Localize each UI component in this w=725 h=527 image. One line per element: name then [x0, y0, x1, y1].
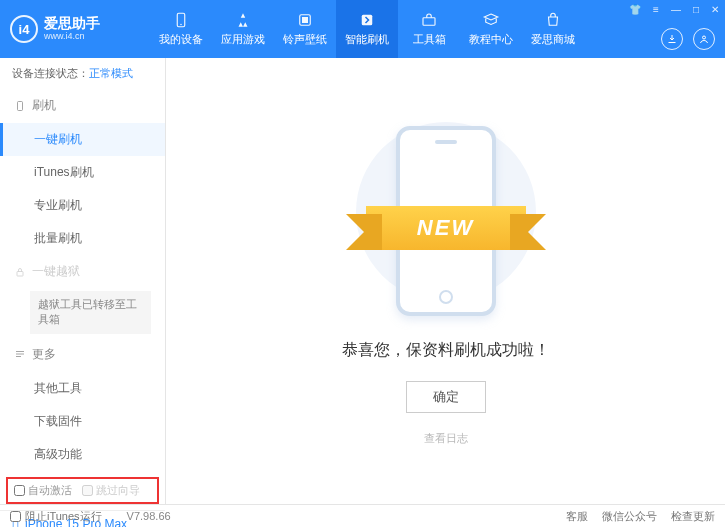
- success-illustration: NEW: [376, 116, 516, 326]
- nav-label: 我的设备: [159, 32, 203, 47]
- main-panel: NEW 恭喜您，保资料刷机成功啦！ 确定 查看日志: [166, 58, 725, 504]
- success-message: 恭喜您，保资料刷机成功啦！: [342, 340, 550, 361]
- svg-rect-4: [362, 15, 373, 26]
- nav-label: 爱思商城: [531, 32, 575, 47]
- sidebar-item-itunes-flash[interactable]: iTunes刷机: [0, 156, 165, 189]
- svg-rect-5: [423, 18, 435, 26]
- app-subtitle: www.i4.cn: [44, 32, 100, 42]
- sidebar-item-advanced[interactable]: 高级功能: [0, 438, 165, 471]
- maximize-icon[interactable]: □: [691, 2, 701, 17]
- menu-icon[interactable]: ≡: [651, 2, 661, 17]
- sidebar-section-flash[interactable]: 刷机: [0, 89, 165, 123]
- window-controls: 👕 ≡ — □ ✕: [627, 2, 721, 17]
- top-nav: 我的设备 应用游戏 铃声壁纸 智能刷机 工具箱 教程中心 爱思商城: [150, 0, 584, 58]
- view-log-link[interactable]: 查看日志: [424, 431, 468, 446]
- svg-point-1: [180, 24, 182, 26]
- footer-link-update[interactable]: 检查更新: [671, 509, 715, 524]
- svg-rect-8: [17, 271, 23, 276]
- checkbox-skip-setup[interactable]: 跳过向导: [82, 483, 140, 498]
- nav-toolbox[interactable]: 工具箱: [398, 0, 460, 58]
- nav-label: 铃声壁纸: [283, 32, 327, 47]
- connection-status: 设备连接状态：正常模式: [0, 58, 165, 89]
- checkbox-auto-activate[interactable]: 自动激活: [14, 483, 72, 498]
- sidebar-item-batch-flash[interactable]: 批量刷机: [0, 222, 165, 255]
- nav-my-device[interactable]: 我的设备: [150, 0, 212, 58]
- titlebar: i4 爱思助手 www.i4.cn 我的设备 应用游戏 铃声壁纸 智能刷机 工具…: [0, 0, 725, 58]
- nav-ringtone[interactable]: 铃声壁纸: [274, 0, 336, 58]
- sidebar-item-oneclick-flash[interactable]: 一键刷机: [0, 123, 165, 156]
- jailbreak-moved-notice: 越狱工具已转移至工具箱: [30, 291, 151, 334]
- version-label: V7.98.66: [127, 510, 171, 522]
- download-icon[interactable]: [661, 28, 683, 50]
- sidebar-item-other-tools[interactable]: 其他工具: [0, 372, 165, 405]
- svg-point-6: [703, 36, 706, 39]
- nav-label: 应用游戏: [221, 32, 265, 47]
- nav-apps[interactable]: 应用游戏: [212, 0, 274, 58]
- skin-icon[interactable]: 👕: [627, 2, 643, 17]
- lock-icon: [14, 266, 26, 278]
- nav-shop[interactable]: 爱思商城: [522, 0, 584, 58]
- logo-area: i4 爱思助手 www.i4.cn: [10, 15, 150, 43]
- minimize-icon[interactable]: —: [669, 2, 683, 17]
- nav-label: 智能刷机: [345, 32, 389, 47]
- footer-link-support[interactable]: 客服: [566, 509, 588, 524]
- sidebar-section-more[interactable]: 更多: [0, 338, 165, 372]
- highlighted-options: 自动激活 跳过向导: [6, 477, 159, 504]
- sidebar-item-pro-flash[interactable]: 专业刷机: [0, 189, 165, 222]
- sidebar-item-download-firmware[interactable]: 下载固件: [0, 405, 165, 438]
- svg-rect-3: [302, 17, 308, 23]
- ok-button[interactable]: 确定: [406, 381, 486, 413]
- footer-link-wechat[interactable]: 微信公众号: [602, 509, 657, 524]
- user-icon[interactable]: [693, 28, 715, 50]
- nav-label: 教程中心: [469, 32, 513, 47]
- logo-icon: i4: [10, 15, 38, 43]
- sidebar: 设备连接状态：正常模式 刷机 一键刷机 iTunes刷机 专业刷机 批量刷机 一…: [0, 58, 166, 504]
- checkbox-block-itunes[interactable]: 阻止iTunes运行: [10, 509, 102, 524]
- nav-tutorial[interactable]: 教程中心: [460, 0, 522, 58]
- nav-flash[interactable]: 智能刷机: [336, 0, 398, 58]
- close-icon[interactable]: ✕: [709, 2, 721, 17]
- svg-rect-7: [18, 101, 23, 110]
- new-ribbon: NEW: [366, 206, 526, 250]
- sidebar-section-jailbreak: 一键越狱: [0, 255, 165, 289]
- nav-label: 工具箱: [413, 32, 446, 47]
- app-title: 爱思助手: [44, 16, 100, 31]
